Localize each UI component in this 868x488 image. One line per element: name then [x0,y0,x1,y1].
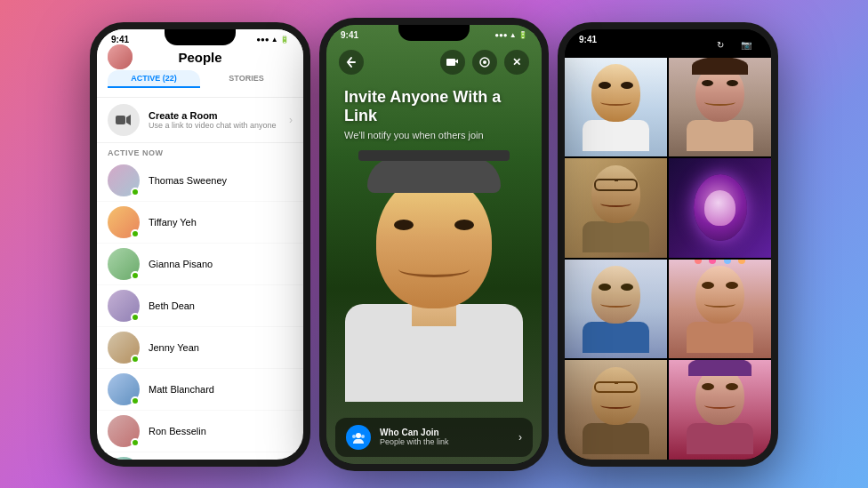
close-icon: ✕ [512,56,521,68]
video-cell-8 [669,360,771,460]
invite-overlay: Invite Anyone With a Link We'll notify y… [326,74,542,155]
header-top: People [108,50,293,65]
video-cell-4 [669,158,771,258]
video-cell-6 [669,260,771,359]
video-cell-2 [669,58,771,157]
svg-point-3 [483,60,486,64]
middle-screen: 9:41 ●●● ▲ 🔋 [326,25,542,464]
svg-point-4 [356,433,361,438]
person-name: Thomas Sweeney [149,175,227,186]
avatar-gianna [108,248,140,280]
avatar-ryan [108,457,140,467]
face-6 [669,260,771,359]
who-can-join[interactable]: Who Can Join People with the link › [335,418,533,457]
video-on-button[interactable]: 📷 [735,35,757,56]
status-icons-left: ●●● ▲ 🔋 [256,36,289,44]
avatar[interactable] [108,44,133,69]
phone-middle: 9:41 ●●● ▲ 🔋 [319,18,549,471]
online-indicator [131,355,140,364]
video-grid [565,58,771,460]
video-cell-3 [565,158,667,258]
video-cell-7 [565,360,667,460]
face-7 [565,360,667,460]
active-now-label: ACTIVE NOW [97,143,303,160]
face-2 [669,58,771,157]
list-item[interactable]: Matt Blanchard [97,369,303,411]
invite-title: Invite Anyone With a Link [344,88,524,126]
who-chevron-icon: › [518,431,522,444]
avatar-jenny [108,332,140,364]
video-cell-5 [565,260,667,359]
face-3 [565,158,667,258]
person-name: Ron Besselin [149,426,206,436]
phone-left: 9:41 ●●● ▲ 🔋 People ACTIVE (22) [90,22,310,467]
list-item[interactable]: Beth Dean [97,285,303,327]
online-indicator [131,438,140,447]
invite-subtitle: We'll notify you when others join [344,130,524,140]
phone-right: 9:41 ↻ 📷 [558,22,778,467]
avatar-matt [108,373,140,405]
left-header: People ACTIVE (22) STORIES [97,46,303,98]
svg-point-5 [352,435,356,438]
room-subtitle: Use a link to video chat with anyone [149,121,280,130]
room-title: Create a Room [149,110,280,121]
avatar-tiffany [108,206,140,238]
close-button[interactable]: ✕ [504,50,529,75]
status-bar-middle: 9:41 ●●● ▲ 🔋 [326,25,542,42]
person-name: Beth Dean [149,300,195,311]
phones-container: 9:41 ●●● ▲ 🔋 People ACTIVE (22) [0,0,868,488]
who-title: Who Can Join [380,428,510,437]
page-title: People [178,50,221,65]
online-indicator [131,188,140,196]
room-text: Create a Room Use a link to video chat w… [149,110,280,130]
who-text: Who Can Join People with the link [380,428,510,446]
list-item[interactable]: Tiffany Yeh [97,202,303,244]
person-name: Gianna Pisano [149,259,213,269]
tab-active[interactable]: ACTIVE (22) [108,70,200,88]
svg-marker-1 [126,115,131,125]
svg-point-6 [361,435,365,438]
notch-left [165,29,236,45]
time-left: 9:41 [111,35,129,44]
tabs-row: ACTIVE (22) STORIES [108,70,293,88]
avatar-ron [108,415,140,447]
face-8 [669,360,771,460]
online-indicator [131,313,140,322]
tab-stories[interactable]: STORIES [200,70,293,88]
person-name: Tiffany Yeh [149,217,197,228]
status-icons-middle: ●●● ▲ 🔋 [494,30,527,40]
who-subtitle: People with the link [380,437,510,446]
room-icon [108,104,140,136]
flip-camera-button[interactable]: ↻ [710,35,731,56]
time-middle: 9:41 [341,30,358,40]
list-item[interactable]: Ryan McLaughlin [97,452,303,467]
face-1 [565,58,667,157]
status-icons-right: ↻ 📷 [710,35,757,56]
who-icon [346,425,371,450]
video-button[interactable] [472,50,497,75]
chevron-right-icon: › [289,114,293,126]
online-indicator [131,396,140,405]
camera-button[interactable] [440,50,465,75]
avatar-beth [108,290,140,322]
left-screen: 9:41 ●●● ▲ 🔋 People ACTIVE (22) [97,29,303,460]
notch-right [632,29,703,45]
online-indicator [131,271,140,280]
list-item[interactable]: Thomas Sweeney [97,160,303,202]
back-button[interactable] [339,50,364,75]
svg-rect-0 [116,116,125,124]
person-name: Matt Blanchard [149,384,214,395]
list-item[interactable]: Jenny Yean [97,327,303,369]
list-item[interactable]: Ron Besselin [97,411,303,452]
create-room[interactable]: Create a Room Use a link to video chat w… [97,98,303,143]
right-screen: 9:41 ↻ 📷 [565,29,771,460]
face-5 [565,260,667,359]
avatar-thomas [108,164,140,196]
online-indicator [131,229,140,238]
person-name: Jenny Yean [149,342,199,353]
list-item[interactable]: Gianna Pisano [97,244,303,285]
face-4 [669,158,771,258]
time-right: 9:41 [579,35,597,56]
video-cell-1 [565,58,667,157]
